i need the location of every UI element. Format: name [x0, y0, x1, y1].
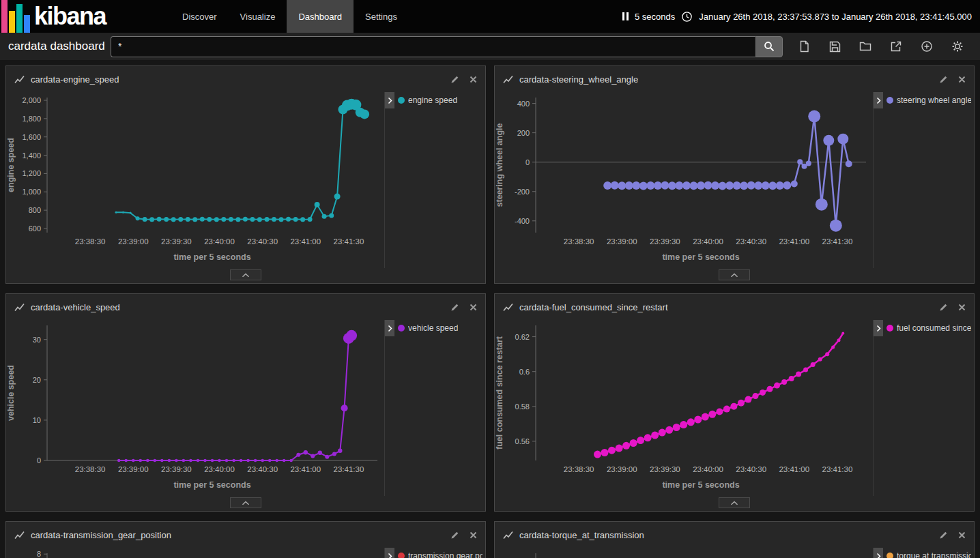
legend-item[interactable]: fuel consumed since ...: [883, 320, 974, 333]
svg-text:20: 20: [33, 376, 41, 384]
panel-title[interactable]: cardata-vehicle_speed: [31, 302, 120, 312]
collapse-panel-button[interactable]: [230, 269, 261, 280]
svg-text:23:40:00: 23:40:00: [204, 237, 235, 246]
nav-tab-discover[interactable]: Discover: [171, 0, 229, 33]
collapse-panel-button[interactable]: [719, 497, 750, 508]
chevron-right-icon: [876, 325, 881, 332]
panel-body: -400-200020040023:38:3023:39:0023:39:302…: [495, 92, 974, 268]
search-button[interactable]: [755, 36, 783, 57]
refresh-interval[interactable]: 5 seconds: [635, 12, 675, 22]
query-input[interactable]: [111, 36, 755, 57]
panel-actions: [450, 303, 477, 312]
chart-legend: engine speed: [384, 92, 485, 268]
legend-item[interactable]: engine speed: [394, 92, 460, 105]
engine-speed-chart[interactable]: 6008001,0001,2001,4001,6001,8002,00023:3…: [6, 92, 384, 268]
legend-toggle-button[interactable]: [874, 548, 883, 558]
pencil-icon: [939, 531, 948, 540]
edit-panel-button[interactable]: [450, 75, 459, 84]
chevron-up-icon: [730, 273, 738, 278]
legend-label: transmission gear po...: [408, 551, 482, 558]
panel-actions: [939, 303, 966, 312]
transmission-gear-chart[interactable]: 8: [6, 548, 384, 558]
svg-text:1,800: 1,800: [22, 115, 41, 123]
steering-wheel-angle-chart[interactable]: -400-200020040023:38:3023:39:0023:39:302…: [495, 92, 873, 268]
panel-title[interactable]: cardata-engine_speed: [31, 74, 119, 85]
panel-title[interactable]: cardata-fuel_consumed_since_restart: [519, 302, 668, 312]
remove-panel-button[interactable]: [470, 76, 477, 83]
add-circle-icon: [921, 40, 933, 53]
svg-text:200: 200: [517, 129, 530, 137]
panel-header: cardata-engine_speed: [6, 66, 485, 92]
panel-title[interactable]: cardata-steering_wheel_angle: [519, 74, 638, 85]
panel-body: 010203023:38:3023:39:0023:39:3023:40:002…: [6, 320, 485, 496]
new-dashboard-button[interactable]: [798, 40, 810, 53]
svg-text:time per 5 seconds: time per 5 seconds: [662, 252, 739, 262]
torque-chart[interactable]: [495, 548, 873, 558]
collapse-panel-button[interactable]: [719, 269, 750, 280]
legend-label: engine speed: [408, 96, 457, 105]
legend-toggle-button[interactable]: [385, 548, 394, 558]
svg-text:0.56: 0.56: [515, 437, 530, 445]
panel-title[interactable]: cardata-torque_at_transmission: [519, 530, 644, 540]
vehicle-speed-chart[interactable]: 010203023:38:3023:39:0023:39:3023:40:002…: [6, 320, 384, 496]
brand-name: kibana: [34, 1, 106, 31]
panel-title[interactable]: cardata-transmission_gear_position: [31, 530, 171, 540]
chevron-right-icon: [388, 553, 392, 558]
collapse-panel-button[interactable]: [230, 497, 261, 508]
legend-item[interactable]: vehicle speed: [394, 320, 461, 333]
svg-text:23:39:30: 23:39:30: [161, 237, 192, 246]
edit-panel-button[interactable]: [939, 303, 948, 312]
remove-panel-button[interactable]: [958, 304, 966, 311]
legend-toggle-button[interactable]: [874, 92, 883, 108]
fuel-consumed-chart[interactable]: 0.560.580.60.6223:38:3023:39:0023:39:302…: [495, 320, 873, 496]
nav-tab-visualize[interactable]: Visualize: [229, 0, 287, 33]
svg-text:-400: -400: [515, 217, 530, 225]
remove-panel-button[interactable]: [470, 304, 477, 311]
remove-panel-button[interactable]: [958, 531, 966, 539]
legend-item[interactable]: steering wheel angle: [883, 92, 974, 105]
panel-header: cardata-torque_at_transmission: [495, 522, 974, 548]
share-icon: [890, 40, 902, 53]
chart-legend: steering wheel angle: [873, 92, 974, 268]
svg-text:23:41:00: 23:41:00: [779, 465, 809, 473]
svg-text:23:41:30: 23:41:30: [822, 465, 853, 473]
panel-collapse-row: [495, 269, 974, 283]
legend-item[interactable]: transmission gear po...: [394, 548, 485, 558]
svg-text:time per 5 seconds: time per 5 seconds: [662, 480, 739, 490]
svg-text:23:41:30: 23:41:30: [822, 237, 853, 246]
svg-text:400: 400: [517, 100, 530, 108]
line-chart-icon: [503, 75, 513, 84]
legend-toggle-button[interactable]: [874, 320, 883, 336]
svg-text:30: 30: [33, 336, 41, 344]
search-bar: [111, 36, 783, 57]
options-button[interactable]: [951, 40, 964, 53]
chevron-right-icon: [388, 325, 392, 332]
kibana-logo[interactable]: kibana: [0, 0, 171, 33]
nav-tab-dashboard[interactable]: Dashboard: [287, 0, 354, 33]
legend-item[interactable]: torque at transmission: [883, 548, 974, 558]
add-panel-button[interactable]: [921, 40, 933, 53]
line-chart-icon: [14, 75, 25, 84]
legend-toggle-button[interactable]: [385, 320, 394, 336]
logo-stripe: [16, 4, 23, 33]
nav-tab-settings[interactable]: Settings: [354, 0, 409, 33]
edit-panel-button[interactable]: [939, 531, 948, 540]
share-dashboard-button[interactable]: [890, 40, 902, 53]
panel-collapse-row: [6, 497, 485, 511]
edit-panel-button[interactable]: [939, 75, 948, 84]
edit-panel-button[interactable]: [450, 303, 459, 312]
legend-toggle-button[interactable]: [385, 92, 394, 108]
save-dashboard-button[interactable]: [828, 40, 841, 53]
svg-text:fuel consumed since restart: fuel consumed since restart: [495, 336, 504, 450]
edit-panel-button[interactable]: [450, 531, 459, 540]
svg-text:8: 8: [37, 550, 41, 558]
close-icon: [470, 76, 477, 83]
pause-autorefresh-button[interactable]: [622, 12, 629, 20]
open-dashboard-button[interactable]: [859, 40, 871, 53]
svg-text:1,600: 1,600: [22, 133, 41, 141]
remove-panel-button[interactable]: [470, 531, 477, 539]
time-range-picker[interactable]: January 26th 2018, 23:37:53.873 to Janua…: [699, 12, 972, 22]
remove-panel-button[interactable]: [958, 76, 966, 83]
panel-actions: [450, 75, 477, 84]
svg-text:23:41:00: 23:41:00: [290, 465, 321, 473]
